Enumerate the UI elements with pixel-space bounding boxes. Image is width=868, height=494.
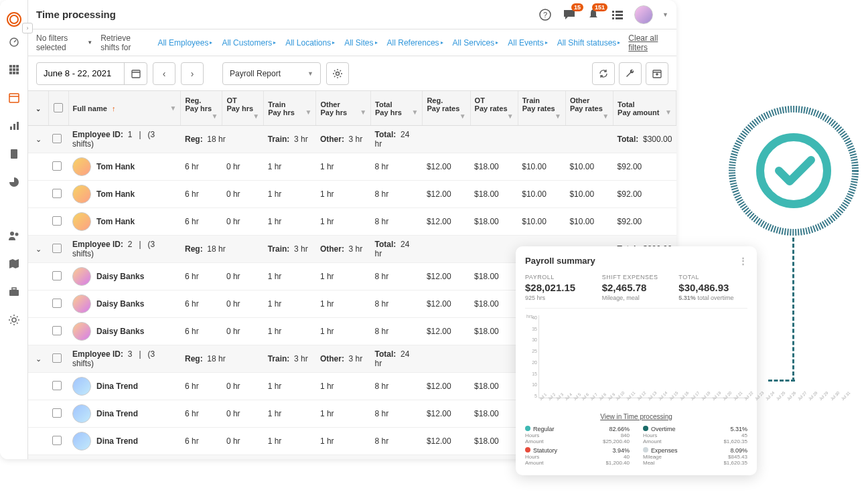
col-train-hrs[interactable]: Train Pay hrs▼: [264, 91, 316, 126]
toolbar: ‹ › Payroll Report▼: [28, 56, 676, 91]
sidebar: ›: [0, 0, 28, 459]
metric-expenses-label: SHIFT EXPENSES: [602, 274, 671, 280]
svg-point-1: [10, 15, 18, 23]
bell-badge: 151: [592, 3, 607, 11]
metric-expenses-sub: Mileage, meal: [602, 295, 671, 301]
group-row[interactable]: ⌄ Employee ID: 1 | (3 shifts) Reg: 18 hr…: [28, 126, 676, 153]
col-total-amount[interactable]: Total Pay amount▼: [613, 91, 676, 126]
schedule-button[interactable]: [646, 62, 668, 85]
page-title: Time processing: [36, 9, 538, 20]
metric-total-label: TOTAL: [678, 274, 747, 280]
bell-icon[interactable]: 151: [586, 7, 601, 22]
summary-chart: hrs 403530252015105 Jul 1Jul 2Jul 3Jul 4…: [525, 315, 747, 409]
table-row[interactable]: Tom Hank 6 hr0 hr1 hr1 hr8 hr $12.00$18.…: [28, 153, 676, 181]
connector-line-h: [768, 380, 795, 382]
filter-link[interactable]: All References ▸: [387, 38, 443, 48]
table-row[interactable]: Tom Hank 6 hr0 hr1 hr1 hr8 hr $12.00$18.…: [28, 181, 676, 208]
metric-payroll-sub: 925 hrs: [525, 295, 594, 301]
table-row[interactable]: Tom Hank 6 hr0 hr1 hr1 hr8 hr $12.00$18.…: [28, 208, 676, 236]
col-ot-rates[interactable]: OT Pay rates▼: [470, 91, 518, 126]
svg-rect-3: [9, 65, 12, 68]
col-expand[interactable]: ⌄: [28, 91, 48, 126]
connector-line-v: [792, 238, 794, 382]
svg-rect-7: [13, 68, 15, 71]
chat-icon[interactable]: 15: [562, 7, 577, 22]
payroll-summary-card: Payroll summary ⋮ PAYROLL $28,021.15 925…: [516, 246, 757, 475]
summary-title: Payroll summary: [525, 256, 595, 266]
people-icon[interactable]: [6, 228, 22, 244]
filter-link[interactable]: All Shift statuses ▸: [557, 38, 621, 48]
metric-payroll-label: PAYROLL: [525, 274, 594, 280]
calendar-button[interactable]: [124, 62, 147, 85]
col-other-rates[interactable]: Other Pay rates▼: [565, 91, 613, 126]
svg-point-33: [336, 72, 339, 75]
next-button[interactable]: ›: [181, 62, 204, 85]
help-icon[interactable]: ?: [538, 7, 553, 22]
map-icon[interactable]: [6, 256, 22, 272]
date-range-input[interactable]: [37, 68, 124, 78]
settings-button[interactable]: [326, 62, 349, 85]
chat-badge: 15: [571, 3, 583, 11]
filter-link[interactable]: All Sites ▸: [344, 38, 377, 48]
list-icon[interactable]: [610, 7, 625, 22]
svg-point-22: [12, 318, 16, 322]
svg-rect-4: [13, 65, 15, 68]
svg-rect-6: [9, 68, 12, 71]
svg-rect-8: [16, 68, 19, 71]
calendar-icon[interactable]: [6, 90, 22, 106]
col-total-hrs[interactable]: Total Pay hrs▼: [371, 91, 423, 126]
report-dropdown[interactable]: Payroll Report▼: [222, 62, 321, 85]
gear-icon[interactable]: [6, 312, 22, 328]
col-checkbox[interactable]: [48, 91, 68, 126]
prev-button[interactable]: ‹: [153, 62, 175, 85]
col-reg-hrs[interactable]: Reg. Pay hrs▼: [181, 91, 222, 126]
date-range-picker[interactable]: [36, 62, 147, 85]
success-check-badge: [727, 104, 861, 238]
svg-point-38: [732, 109, 855, 232]
svg-rect-10: [13, 72, 15, 74]
briefcase-icon[interactable]: [6, 284, 22, 300]
col-ot-hrs[interactable]: OT Pay hrs▼: [222, 91, 264, 126]
filter-link[interactable]: All Locations ▸: [285, 38, 335, 48]
user-avatar[interactable]: [634, 5, 653, 24]
user-menu-caret[interactable]: ▼: [662, 11, 668, 18]
clock-icon[interactable]: [6, 174, 22, 190]
svg-rect-16: [17, 122, 19, 130]
metric-total-value: $30,486.93: [678, 282, 747, 293]
col-train-rates[interactable]: Train Pay rates▼: [518, 91, 565, 126]
svg-rect-27: [612, 14, 614, 16]
grid-icon[interactable]: [6, 62, 22, 78]
refresh-button[interactable]: [592, 62, 615, 85]
svg-rect-15: [13, 124, 15, 130]
metric-payroll-value: $28,021.15: [525, 282, 594, 293]
retrieve-label: Retrieve shifts for: [100, 33, 149, 52]
svg-rect-26: [616, 11, 623, 13]
clipboard-icon[interactable]: [6, 146, 22, 162]
filter-link[interactable]: All Customers ▸: [222, 38, 276, 48]
chart-icon[interactable]: [6, 118, 22, 134]
svg-rect-20: [9, 290, 19, 296]
topbar: Time processing ? 15 151 ▼: [28, 0, 676, 29]
view-in-time-processing-link[interactable]: View in Time processing: [525, 413, 747, 420]
filter-link[interactable]: All Events ▸: [508, 38, 547, 48]
tools-button[interactable]: [619, 62, 642, 85]
svg-rect-31: [132, 70, 140, 78]
svg-rect-11: [16, 72, 19, 74]
svg-rect-21: [12, 288, 16, 290]
filter-link[interactable]: All Employees ▸: [157, 38, 212, 48]
col-other-hrs[interactable]: Other Pay hrs▼: [316, 91, 371, 126]
svg-rect-29: [612, 17, 614, 19]
svg-rect-30: [616, 17, 623, 19]
filter-link[interactable]: All Services ▸: [453, 38, 499, 48]
svg-point-18: [10, 232, 14, 236]
sidebar-toggle[interactable]: ›: [22, 23, 33, 33]
col-fullname[interactable]: Full name ▼↑: [68, 91, 181, 126]
clear-filters-link[interactable]: Clear all filters: [628, 33, 668, 52]
svg-rect-17: [11, 149, 17, 159]
dashboard-icon[interactable]: [6, 33, 22, 50]
summary-menu-icon[interactable]: ⋮: [739, 256, 747, 266]
svg-point-19: [15, 233, 18, 236]
no-filters-dropdown[interactable]: No filters selected ▼: [36, 33, 92, 52]
col-reg-rates[interactable]: Reg. Pay rates▼: [423, 91, 470, 126]
svg-rect-5: [16, 65, 19, 68]
